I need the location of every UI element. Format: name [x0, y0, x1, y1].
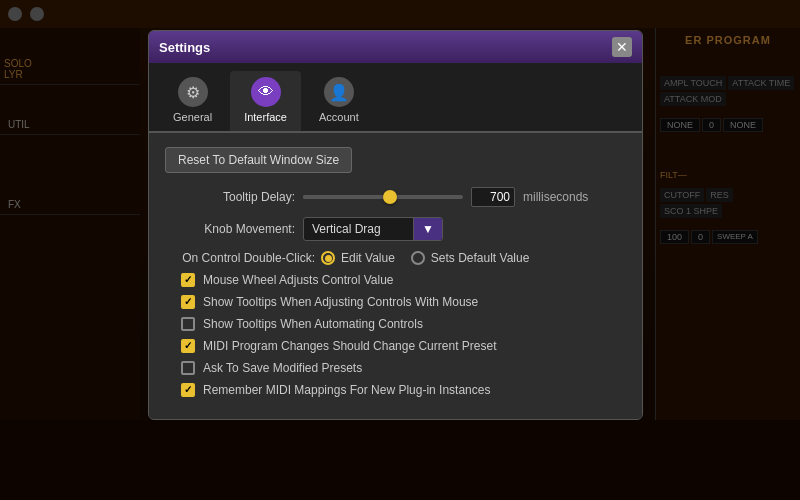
checkbox-label-show_tooltips_adjusting: Show Tooltips When Adjusting Controls Wi… — [203, 295, 478, 309]
checkbox-row-show_tooltips_adjusting[interactable]: Show Tooltips When Adjusting Controls Wi… — [165, 295, 626, 309]
wrench-icon: ⚙ — [178, 77, 208, 107]
knob-movement-value: Vertical Drag — [304, 218, 413, 240]
radio-edit-label: Edit Value — [341, 251, 395, 265]
dialog-title: Settings — [159, 40, 210, 55]
radio-edit-icon[interactable] — [321, 251, 335, 265]
chevron-down-icon[interactable]: ▼ — [413, 218, 442, 240]
close-button[interactable]: ✕ — [612, 37, 632, 57]
knob-movement-dropdown[interactable]: Vertical Drag ▼ — [303, 217, 443, 241]
radio-sets-default[interactable]: Sets Default Value — [411, 251, 530, 265]
settings-dialog: Settings ✕ ⚙ General 👁 Interface 👤 Accou… — [148, 30, 643, 420]
dialog-body: Reset To Default Window Size Tooltip Del… — [149, 133, 642, 419]
tooltip-delay-label: Tooltip Delay: — [165, 190, 295, 204]
dialog-titlebar: Settings ✕ — [149, 31, 642, 63]
on-control-row: On Control Double-Click: Edit Value Sets… — [165, 251, 626, 265]
checkbox-row-remember_midi[interactable]: Remember MIDI Mappings For New Plug-in I… — [165, 383, 626, 397]
tab-general-label: General — [173, 111, 212, 123]
checkbox-midi_program[interactable] — [181, 339, 195, 353]
on-control-label: On Control Double-Click: — [175, 251, 315, 265]
tooltip-slider-thumb[interactable] — [383, 190, 397, 204]
tab-account-label: Account — [319, 111, 359, 123]
tooltip-delay-row: Tooltip Delay: milliseconds — [165, 187, 626, 207]
radio-default-label: Sets Default Value — [431, 251, 530, 265]
tab-bar: ⚙ General 👁 Interface 👤 Account — [149, 63, 642, 133]
checkbox-row-midi_program[interactable]: MIDI Program Changes Should Change Curre… — [165, 339, 626, 353]
tooltip-slider-fill — [303, 195, 383, 199]
tooltip-delay-ms: milliseconds — [523, 190, 588, 204]
eye-icon: 👁 — [251, 77, 281, 107]
tab-interface[interactable]: 👁 Interface — [230, 71, 301, 131]
tooltip-delay-input[interactable] — [471, 187, 515, 207]
tooltip-slider-track[interactable] — [303, 195, 463, 199]
checkbox-label-mouse_wheel: Mouse Wheel Adjusts Control Value — [203, 273, 394, 287]
checkbox-remember_midi[interactable] — [181, 383, 195, 397]
person-icon: 👤 — [324, 77, 354, 107]
checkbox-row-mouse_wheel[interactable]: Mouse Wheel Adjusts Control Value — [165, 273, 626, 287]
tab-interface-label: Interface — [244, 111, 287, 123]
checkbox-row-ask_save[interactable]: Ask To Save Modified Presets — [165, 361, 626, 375]
radio-default-icon[interactable] — [411, 251, 425, 265]
checkbox-mouse_wheel[interactable] — [181, 273, 195, 287]
checkbox-ask_save[interactable] — [181, 361, 195, 375]
radio-group: Edit Value Sets Default Value — [321, 251, 529, 265]
checkbox-label-ask_save: Ask To Save Modified Presets — [203, 361, 362, 375]
knob-movement-row: Knob Movement: Vertical Drag ▼ — [165, 217, 626, 241]
tab-general[interactable]: ⚙ General — [159, 71, 226, 131]
checkbox-label-show_tooltips_automating: Show Tooltips When Automating Controls — [203, 317, 423, 331]
radio-edit-value[interactable]: Edit Value — [321, 251, 395, 265]
checkbox-show_tooltips_adjusting[interactable] — [181, 295, 195, 309]
checkbox-row-show_tooltips_automating[interactable]: Show Tooltips When Automating Controls — [165, 317, 626, 331]
reset-button[interactable]: Reset To Default Window Size — [165, 147, 352, 173]
checkbox-label-remember_midi: Remember MIDI Mappings For New Plug-in I… — [203, 383, 490, 397]
tab-account[interactable]: 👤 Account — [305, 71, 373, 131]
checkbox-show_tooltips_automating[interactable] — [181, 317, 195, 331]
checkbox-label-midi_program: MIDI Program Changes Should Change Curre… — [203, 339, 496, 353]
checkboxes-container: Mouse Wheel Adjusts Control ValueShow To… — [165, 273, 626, 397]
knob-movement-label: Knob Movement: — [165, 222, 295, 236]
